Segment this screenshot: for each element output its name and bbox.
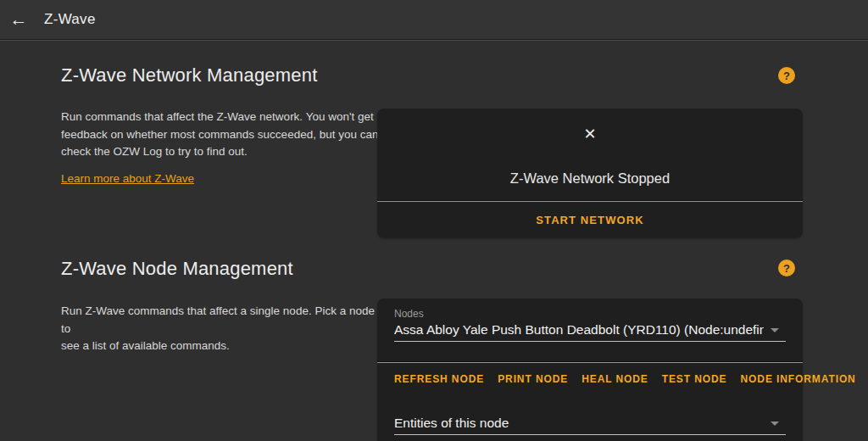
network-stopped-icon: ✕	[377, 125, 803, 143]
network-card-actions: START NETWORK	[377, 202, 803, 237]
network-section-description: Run commands that affect the Z-Wave netw…	[61, 109, 383, 161]
test-node-button[interactable]: TEST NODE	[655, 368, 734, 390]
chevron-down-icon	[771, 328, 779, 332]
nodes-select[interactable]: Assa Abloy Yale Push Button Deadbolt (YR…	[394, 322, 786, 342]
arrow-left-icon: ←	[10, 9, 28, 30]
print-node-button[interactable]: PRINT NODE	[491, 368, 575, 390]
app-bar-divider	[0, 39, 868, 41]
nodes-label: Nodes	[394, 308, 786, 320]
node-actions-row: REFRESH NODE PRINT NODE HEAL NODE TEST N…	[387, 368, 794, 390]
page-title: Z-Wave	[44, 11, 96, 28]
node-section-description: Run Z-Wave commands that affect a single…	[61, 303, 383, 355]
node-section-title: Z-Wave Node Management	[61, 258, 293, 280]
chevron-down-icon	[771, 421, 779, 426]
nodes-selected-value: Assa Abloy Yale Push Button Deadbolt (YR…	[394, 322, 764, 338]
learn-more-link[interactable]: Learn more about Z-Wave	[61, 172, 194, 185]
question-mark-icon: ?	[783, 70, 790, 81]
app-bar: ← Z-Wave	[0, 0, 868, 39]
start-network-button[interactable]: START NETWORK	[529, 209, 650, 232]
network-status-card: ✕ Z-Wave Network Stopped START NETWORK	[377, 109, 803, 237]
card-divider	[377, 361, 803, 363]
heal-node-button[interactable]: HEAL NODE	[575, 368, 655, 390]
entities-select[interactable]: Entities of this node	[394, 416, 786, 435]
question-mark-icon: ?	[783, 263, 790, 274]
entities-selected-value: Entities of this node	[394, 416, 764, 431]
node-help-icon[interactable]: ?	[778, 260, 795, 276]
network-section-title: Z-Wave Network Management	[61, 64, 318, 87]
node-information-button[interactable]: NODE INFORMATION	[734, 368, 863, 390]
node-management-card: Nodes Assa Abloy Yale Push Button Deadbo…	[377, 299, 803, 441]
refresh-node-button[interactable]: REFRESH NODE	[387, 368, 491, 390]
entities-dropdown-field: Entities of this node	[394, 416, 786, 435]
network-help-icon[interactable]: ?	[778, 67, 795, 84]
back-button[interactable]: ←	[2, 3, 36, 36]
network-status-text: Z-Wave Network Stopped	[377, 170, 803, 187]
nodes-dropdown-field: Nodes Assa Abloy Yale Push Button Deadbo…	[394, 308, 786, 342]
